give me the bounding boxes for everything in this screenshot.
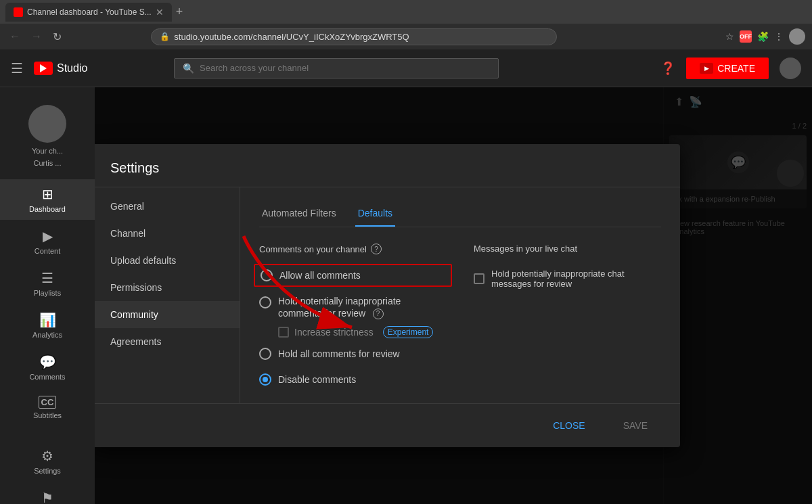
chat-checkbox-label: Hold potentially inappropriate chat mess…	[491, 269, 661, 289]
radio-hold-all[interactable]: Hold all comments for review	[259, 344, 447, 364]
chat-checkbox-option[interactable]: Hold potentially inappropriate chat mess…	[474, 265, 661, 293]
disable-label: Disable comments	[278, 374, 356, 385]
browser-nav: ← → ↻ 🔒 studio.youtube.com/channel/UCvY_…	[0, 24, 812, 49]
forward-button[interactable]: →	[28, 28, 45, 45]
sidebar-item-feedback[interactable]: ⚑ Send feedback	[0, 483, 95, 504]
studio-text: Studio	[57, 62, 87, 74]
yt-studio: ☰ Studio 🔍 Search across your channel ❓ …	[0, 49, 812, 504]
sidebar-item-settings[interactable]: ⚙ Settings	[0, 441, 95, 482]
yt-logo: Studio	[34, 62, 87, 75]
content-icon: ▶	[43, 228, 53, 244]
modal-title: Settings	[95, 144, 680, 187]
hamburger-menu-icon[interactable]: ☰	[11, 60, 23, 76]
yt-header: ☰ Studio 🔍 Search across your channel ❓ …	[0, 49, 812, 87]
search-placeholder: Search across your channel	[200, 63, 309, 73]
main-content: ⬆ 📡 1 / 2 💬 ck with a expansion re-Publi…	[95, 87, 812, 504]
play-icon	[40, 64, 47, 72]
tab-title: Channel dashboard - YouTube S...	[27, 7, 152, 17]
radio-disable[interactable]: Disable comments	[259, 369, 447, 390]
nav-actions: ☆ OFF 🧩 ⋮	[725, 28, 805, 45]
url-text: studio.youtube.com/channel/UCvY_iICkXoZY…	[174, 32, 409, 42]
close-button[interactable]: CLOSE	[539, 415, 598, 436]
modal-body: General Channel Upload defaults Permissi…	[95, 187, 680, 403]
create-button[interactable]: ▶ CREATE	[686, 58, 769, 79]
settings-modal: Settings General Channel Upload defaults…	[95, 144, 680, 447]
sidebar-item-comments[interactable]: 💬 Comments	[0, 347, 95, 388]
channel-name: Your ch...	[32, 147, 63, 155]
radio-disable-circle	[259, 373, 271, 386]
lock-icon: 🔒	[160, 32, 170, 41]
red-arrow	[230, 223, 379, 344]
help-button[interactable]: ❓	[660, 61, 675, 76]
modal-nav-community[interactable]: Community	[95, 301, 240, 328]
tab-favicon	[14, 7, 23, 17]
modal-nav-agreements[interactable]: Agreements	[95, 328, 240, 355]
modal-nav-general[interactable]: General	[95, 193, 240, 220]
subtitles-label: Subtitles	[33, 411, 62, 419]
tab-close-button[interactable]: ✕	[156, 7, 164, 18]
refresh-button[interactable]: ↻	[50, 28, 64, 46]
dashboard-label: Dashboard	[29, 205, 66, 213]
header-right: ❓ ▶ CREATE	[660, 58, 801, 79]
bookmark-icon[interactable]: ☆	[725, 31, 734, 42]
radio-hold-all-circle	[259, 348, 271, 360]
back-button[interactable]: ←	[7, 28, 23, 45]
sidebar-item-playlists[interactable]: ☰ Playlists	[0, 263, 95, 304]
browser-tab[interactable]: Channel dashboard - YouTube S... ✕	[5, 3, 172, 22]
hold-all-label: Hold all comments for review	[278, 348, 400, 359]
browser-profile-avatar[interactable]	[789, 28, 805, 45]
puzzle-icon[interactable]: 🧩	[757, 31, 769, 42]
youtube-logo-icon	[34, 62, 53, 75]
channel-profile: Your ch... Curtis ...	[0, 94, 95, 178]
modal-footer: CLOSE SAVE	[95, 403, 680, 447]
account-avatar[interactable]	[780, 58, 801, 79]
save-button[interactable]: SAVE	[610, 415, 661, 436]
channel-avatar	[28, 105, 66, 143]
modal-nav-channel[interactable]: Channel	[95, 220, 240, 247]
experiment-badge[interactable]: Experiment	[383, 326, 434, 338]
extension-icon[interactable]: OFF	[740, 30, 752, 43]
modal-sidebar: General Channel Upload defaults Permissi…	[95, 187, 240, 403]
sidebar-item-subtitles[interactable]: CC Subtitles	[0, 389, 95, 426]
modal-nav-permissions[interactable]: Permissions	[95, 274, 240, 301]
new-tab-button[interactable]: +	[176, 5, 183, 19]
address-bar[interactable]: 🔒 studio.youtube.com/channel/UCvY_iICkXo…	[151, 28, 557, 45]
chat-section-title: Messages in your live chat	[474, 244, 661, 254]
sidebar-item-dashboard[interactable]: ⊞ Dashboard	[0, 179, 95, 220]
menu-dots-icon[interactable]: ⋮	[774, 31, 784, 42]
sidebar-item-content[interactable]: ▶ Content	[0, 221, 95, 262]
modal-nav-upload[interactable]: Upload defaults	[95, 247, 240, 274]
browser-chrome: Channel dashboard - YouTube S... ✕ +	[0, 0, 812, 24]
channel-sub: Curtis ...	[34, 159, 62, 167]
content-label: Content	[35, 247, 61, 255]
dashboard-icon: ⊞	[42, 186, 53, 202]
sidebar-item-analytics[interactable]: 📊 Analytics	[0, 305, 95, 346]
comments-label: Comments	[29, 373, 65, 381]
feedback-icon: ⚑	[41, 490, 53, 504]
content-area: Your ch... Curtis ... ⊞ Dashboard ▶ Cont…	[0, 87, 812, 504]
chat-section: Messages in your live chat Hold potentia…	[474, 244, 661, 390]
subtitles-icon: CC	[39, 396, 57, 409]
playlists-label: Playlists	[34, 289, 61, 297]
analytics-icon: 📊	[39, 312, 56, 328]
settings-icon: ⚙	[41, 448, 53, 464]
settings-label: Settings	[34, 467, 61, 475]
create-label: CREATE	[717, 63, 755, 74]
chat-checkbox[interactable]	[474, 273, 484, 284]
comments-icon: 💬	[39, 354, 56, 370]
analytics-label: Analytics	[32, 331, 62, 339]
search-icon: 🔍	[183, 63, 194, 74]
video-camera-icon: ▶	[700, 63, 713, 74]
sidebar: Your ch... Curtis ... ⊞ Dashboard ▶ Cont…	[0, 87, 95, 504]
playlists-icon: ☰	[41, 270, 53, 286]
search-bar[interactable]: 🔍 Search across your channel	[174, 58, 499, 78]
